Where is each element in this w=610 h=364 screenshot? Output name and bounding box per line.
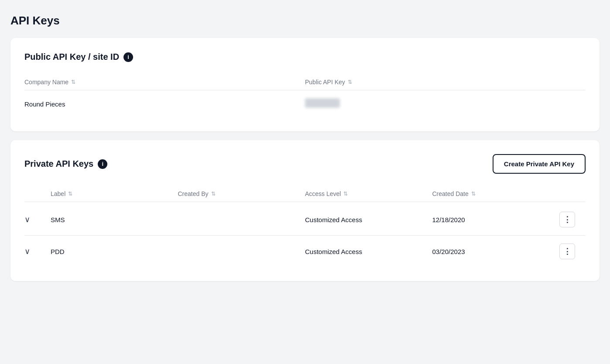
label-sort-icon: ⇅ (68, 191, 72, 196)
actions-col-header (559, 190, 586, 197)
company-name-cell: Round Pieces (24, 100, 305, 108)
sms-actions-cell: ⋮ (559, 212, 586, 227)
pdd-actions-cell: ⋮ (559, 244, 586, 259)
company-name-col-label: Company Name (24, 79, 69, 86)
private-api-info-icon[interactable]: i (98, 159, 107, 169)
sms-label-cell: SMS (51, 216, 178, 223)
label-col-label: Label (51, 190, 65, 197)
public-api-key-card: Public API Key / site ID i Company Name … (10, 38, 600, 131)
created-by-col-header[interactable]: Created By ⇅ (178, 190, 305, 197)
public-api-info-icon[interactable]: i (123, 52, 133, 62)
public-api-key-cell (305, 98, 586, 110)
access-level-col-header[interactable]: Access Level ⇅ (305, 190, 432, 197)
table-row: ∨ PDD Customized Access 03/20/2023 ⋮ (24, 236, 586, 267)
table-row: ∨ SMS Customized Access 12/18/2020 ⋮ (24, 204, 586, 236)
private-api-keys-card: Private API Keys i Create Private API Ke… (10, 140, 600, 281)
created-by-sort-icon: ⇅ (211, 191, 216, 196)
created-date-sort-icon: ⇅ (471, 191, 476, 196)
pdd-created-date-cell: 03/20/2023 (432, 248, 560, 255)
private-api-keys-title: Private API Keys (24, 159, 93, 169)
table-row: Round Pieces (24, 90, 586, 117)
sms-chevron-icon[interactable]: ∨ (24, 215, 30, 224)
private-api-keys-header-left: Private API Keys i (24, 159, 107, 169)
public-api-key-header: Public API Key / site ID i (24, 52, 586, 62)
company-name-sort-icon: ⇅ (71, 79, 75, 85)
public-api-table: Company Name ⇅ Public API Key ⇅ Round Pi… (24, 74, 586, 117)
label-col-header[interactable]: Label ⇅ (51, 190, 178, 197)
private-api-table-header: Label ⇅ Created By ⇅ Access Level ⇅ Crea… (24, 186, 586, 202)
pdd-expand-cell[interactable]: ∨ (24, 247, 51, 256)
expand-col-header (24, 190, 51, 197)
pdd-chevron-icon[interactable]: ∨ (24, 247, 30, 256)
public-api-key-col-label: Public API Key (305, 79, 345, 86)
sms-created-date-cell: 12/18/2020 (432, 216, 560, 223)
sms-access-level-cell: Customized Access (305, 216, 432, 223)
private-api-table: Label ⇅ Created By ⇅ Access Level ⇅ Crea… (24, 186, 586, 267)
sms-more-options-button[interactable]: ⋮ (559, 212, 575, 227)
pdd-label-cell: PDD (51, 248, 178, 255)
page-title: API Keys (10, 14, 600, 27)
create-private-key-button[interactable]: Create Private API Key (493, 154, 586, 174)
created-by-col-label: Created By (178, 190, 209, 197)
blurred-api-key (305, 98, 340, 108)
access-level-col-label: Access Level (305, 190, 341, 197)
public-api-key-sort-icon: ⇅ (348, 79, 352, 85)
public-api-key-col-header[interactable]: Public API Key ⇅ (305, 79, 586, 86)
pdd-more-options-button[interactable]: ⋮ (559, 244, 575, 259)
sms-expand-cell[interactable]: ∨ (24, 215, 51, 224)
pdd-access-level-cell: Customized Access (305, 248, 432, 255)
created-date-col-label: Created Date (432, 190, 469, 197)
public-api-table-header: Company Name ⇅ Public API Key ⇅ (24, 74, 586, 90)
created-date-col-header[interactable]: Created Date ⇅ (432, 190, 560, 197)
private-api-keys-header-row: Private API Keys i Create Private API Ke… (24, 154, 586, 174)
access-level-sort-icon: ⇅ (343, 191, 348, 196)
public-api-key-title: Public API Key / site ID (24, 52, 119, 62)
company-name-col-header[interactable]: Company Name ⇅ (24, 79, 305, 86)
